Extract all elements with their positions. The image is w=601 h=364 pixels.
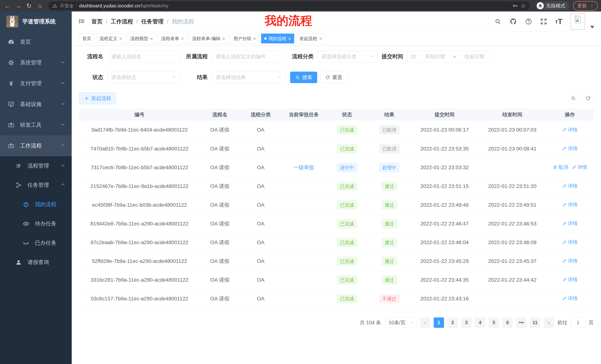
close-icon[interactable]: × <box>288 36 291 41</box>
search-button[interactable]: 搜索 <box>290 72 317 83</box>
sidebar-item-infra[interactable]: 基础设施 <box>0 94 72 115</box>
detail-action[interactable]: 详情 <box>562 126 578 133</box>
browser-menu-icon[interactable]: ⋮ <box>590 3 594 9</box>
incognito-icon <box>537 2 544 9</box>
page-ellipsis[interactable]: ••• <box>516 317 527 328</box>
detail-action[interactable]: 详情 <box>562 239 578 245</box>
fullscreen-icon[interactable] <box>540 18 547 25</box>
sidebar-item-task-mgmt[interactable]: 任务管理 <box>0 175 72 195</box>
sidebar-item-process-mgmt[interactable]: 流程管理 <box>0 156 72 175</box>
detail-action[interactable]: 详情 <box>562 277 578 283</box>
reload-icon[interactable]: ↻ <box>25 3 33 9</box>
next-page-button[interactable]: › <box>544 317 554 328</box>
font-size-icon[interactable]: тT <box>555 18 562 26</box>
prev-page-button[interactable]: ‹ <box>420 317 430 328</box>
sidebar-item-my-process[interactable]: 我的流程 <box>0 195 72 214</box>
status-badge: 已完成 <box>337 294 357 303</box>
edit-icon <box>562 259 567 263</box>
close-icon[interactable]: × <box>319 36 322 41</box>
cell-status: 已完成 <box>326 121 368 139</box>
page-button-6[interactable]: 6 <box>502 317 513 328</box>
sidebar-item-home[interactable]: 首页 <box>0 31 72 52</box>
sidebar-item-devtools[interactable]: 研发工具 <box>0 115 72 135</box>
github-icon[interactable] <box>510 18 517 25</box>
cell-actions: 详情 <box>546 139 594 158</box>
help-icon[interactable] <box>525 18 532 25</box>
tab-home[interactable]: 首页 <box>79 34 94 43</box>
close-icon[interactable]: × <box>253 36 256 41</box>
process-name-input[interactable]: 请输入流程名 <box>107 51 180 62</box>
refresh-table-button[interactable] <box>583 93 594 104</box>
search-icon[interactable] <box>495 18 501 25</box>
sidebar-item-leave-query[interactable]: 请假查询 <box>0 253 72 272</box>
app-logo-row[interactable]: 芋道管理系统 <box>0 11 72 31</box>
detail-action[interactable]: 详情 <box>562 145 578 152</box>
page-size-select[interactable]: 10条/页 <box>385 317 417 328</box>
close-icon[interactable]: × <box>181 36 184 41</box>
status-select[interactable]: 请选择状态 <box>107 72 180 83</box>
page-button-1[interactable]: 1 <box>434 317 444 328</box>
cell-status: 已完成 <box>326 270 368 289</box>
result-select[interactable]: 请选择流结果 <box>212 72 286 83</box>
table-row: ec45f38f-7b9a-11ec-b03b-acde48001122OA 请… <box>79 196 594 214</box>
start-date-input[interactable]: 开始日期 <box>419 53 451 60</box>
sidebar-item-workflow[interactable]: 工作流程 <box>0 135 72 156</box>
cell-actions: 详情 <box>546 177 594 196</box>
cell-category: OA <box>240 252 281 270</box>
detail-action[interactable]: 详情 <box>562 295 578 302</box>
forward-icon[interactable]: → <box>14 3 22 9</box>
page-button-2[interactable]: 2 <box>447 317 458 328</box>
sidebar-item-todo-tasks[interactable]: 待办任务 <box>0 214 72 233</box>
yen-icon: ¥ <box>7 80 15 87</box>
tab-user-group[interactable]: 用户分组× <box>230 34 259 43</box>
end-date-input[interactable]: 结束日期 <box>458 53 491 60</box>
goto-page-input[interactable] <box>571 317 585 328</box>
back-icon[interactable]: ← <box>3 3 11 9</box>
parent-process-input[interactable]: 请输入流程定义的编号 <box>212 51 286 62</box>
toggle-search-button[interactable] <box>568 93 579 104</box>
cell-current-task[interactable]: 一级审批 <box>281 158 326 177</box>
bookmark-star-icon[interactable]: ☆ <box>521 2 526 9</box>
tab-process-definition[interactable]: 流程定义× <box>96 34 125 43</box>
detail-action[interactable]: 详情 <box>562 183 578 189</box>
breadcrumb-home[interactable]: 首页 <box>91 18 102 25</box>
detail-action[interactable]: 详情 <box>562 201 578 208</box>
home-icon[interactable]: ⌂ <box>36 3 44 9</box>
avatar-caret-icon[interactable] <box>590 26 594 29</box>
sidebar-item-payment[interactable]: ¥ 支付管理 <box>0 73 72 94</box>
sidebar-collapse-icon[interactable] <box>78 18 85 25</box>
sidebar: 芋道管理系统 首页 系统管理 ¥ 支付管理 基础设施 <box>0 11 72 364</box>
breadcrumb-workflow[interactable]: 工作流程 <box>111 18 133 25</box>
sidebar-item-system[interactable]: 系统管理 <box>0 52 72 73</box>
page-button-3[interactable]: 3 <box>461 317 471 328</box>
cell-actions: 详情 <box>546 233 594 252</box>
pagination: 共 104 条 10条/页 ‹ 1 2 3 4 5 6 ••• 11 › 前往 … <box>79 317 594 328</box>
detail-action[interactable]: 详情 <box>562 258 578 264</box>
page-button-11[interactable]: 11 <box>530 317 540 328</box>
tab-process-form[interactable]: 流程表单× <box>158 34 187 43</box>
close-icon[interactable]: × <box>119 36 122 41</box>
tab-process-form-edit[interactable]: 流程表单-编辑× <box>189 34 228 43</box>
key-icon[interactable] <box>512 3 518 9</box>
close-icon[interactable]: × <box>222 36 225 41</box>
avatar[interactable] <box>571 13 585 30</box>
sidebar-item-done-tasks[interactable]: 已办任务 <box>0 233 72 253</box>
tab-my-process[interactable]: 我的流程× <box>261 34 294 43</box>
reset-button[interactable]: 重置 <box>320 72 347 83</box>
tab-start-process[interactable]: 发起流程× <box>296 34 325 43</box>
address-bar[interactable]: 不安全 dashboard.yudao.iocoder.cn/bpm/task/… <box>48 1 530 10</box>
close-icon[interactable]: × <box>150 36 153 41</box>
update-button[interactable]: 更新 ⋮ <box>573 1 598 10</box>
tab-process-model[interactable]: 流程模型× <box>127 34 156 43</box>
cancel-action[interactable]: 取消 <box>553 164 568 171</box>
page-button-5[interactable]: 5 <box>489 317 499 328</box>
detail-action[interactable]: 详情 <box>562 220 578 227</box>
category-select[interactable]: 请选择流程分类 <box>318 51 378 62</box>
page-button-4[interactable]: 4 <box>475 317 485 328</box>
current-task-link[interactable]: 一级审批 <box>293 164 314 170</box>
submit-time-range-picker[interactable]: 开始日期 - 结束日期 <box>407 51 494 62</box>
security-label: 不安全 <box>60 3 74 9</box>
breadcrumb-task-mgmt[interactable]: 任务管理 <box>141 18 164 25</box>
start-process-button[interactable]: 发起流程 <box>79 92 116 104</box>
detail-action[interactable]: 详情 <box>572 164 587 171</box>
